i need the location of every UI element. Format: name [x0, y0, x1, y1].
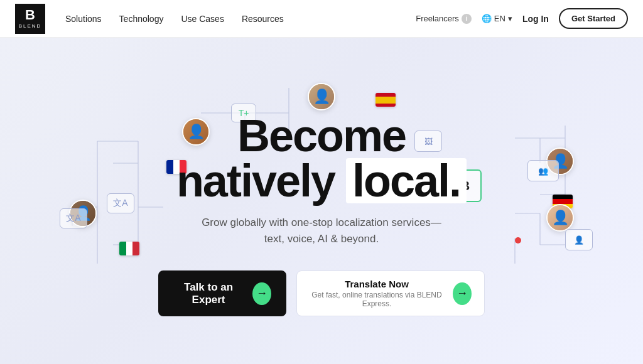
info-icon[interactable]: i — [462, 14, 472, 24]
italy-flag — [119, 242, 139, 255]
nav-links: Solutions Technology Use Cases Resources — [65, 14, 416, 24]
nav-use-cases[interactable]: Use Cases — [181, 14, 224, 24]
logo-text: BLEND — [19, 23, 42, 29]
nav-resources[interactable]: Resources — [242, 14, 284, 24]
germany-flag — [553, 195, 573, 208]
translate-icon-bottom-left: 文A — [60, 208, 87, 228]
logo[interactable]: B BLEND — [15, 4, 45, 34]
translate-icon-top-left: 文A — [107, 193, 134, 213]
expert-arrow-icon: → — [252, 282, 271, 305]
avatar-top-center: 👤 — [308, 83, 335, 110]
people-icon-right: 👥 — [527, 160, 559, 181]
hero-subtitle: Grow globally with one-stop localization… — [158, 215, 485, 247]
translate-arrow-icon: → — [453, 282, 472, 305]
nav-language[interactable]: 🌐 EN ▾ — [482, 14, 512, 23]
get-started-button[interactable]: Get Started — [559, 8, 628, 29]
translate-label: Translate Now — [310, 279, 444, 289]
hero-title: Become natively local. — [158, 113, 485, 203]
avatar-right-top: 👤 — [546, 147, 574, 175]
navigation: B BLEND Solutions Technology Use Cases R… — [0, 0, 643, 38]
chevron-down-icon: ▾ — [508, 14, 512, 23]
spain-flag — [376, 93, 396, 107]
avatar-left: 👤 — [69, 200, 97, 227]
nav-freelancers[interactable]: Freelancers i — [416, 14, 472, 24]
nav-right: Freelancers i 🌐 EN ▾ Log In Get Started — [416, 8, 628, 29]
nav-technology[interactable]: Technology — [119, 14, 164, 24]
translate-sublabel: Get fast, online translations via BLEND … — [310, 291, 444, 308]
cta-row: Talk to an Expert → Translate Now Get fa… — [158, 270, 485, 316]
hero-section: 👤 👤 👤 👤 👤 文A 文A T+ 🖼 👥 👤 B Become native — [0, 38, 643, 364]
logo-letter: B — [25, 8, 35, 22]
translate-now-button[interactable]: Translate Now Get fast, online translati… — [296, 270, 485, 316]
globe-icon: 🌐 — [482, 14, 492, 23]
red-dot — [515, 237, 521, 244]
nav-solutions[interactable]: Solutions — [65, 14, 102, 24]
hero-content: Become natively local. Grow globally wit… — [158, 113, 485, 316]
person-icon-bottom-right: 👤 — [565, 229, 593, 250]
login-button[interactable]: Log In — [522, 14, 549, 24]
hero-local-highlight: local. — [346, 158, 467, 203]
avatar-right-bottom: 👤 — [546, 204, 574, 232]
talk-to-expert-button[interactable]: Talk to an Expert → — [158, 270, 286, 316]
